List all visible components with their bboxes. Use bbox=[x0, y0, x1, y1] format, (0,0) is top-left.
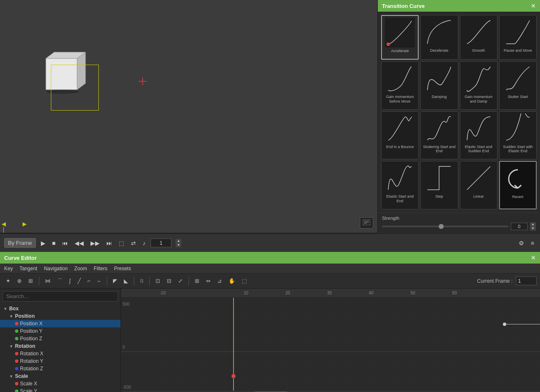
svg-rect-19 bbox=[464, 63, 494, 93]
tree-dot-rotation-y bbox=[15, 359, 18, 363]
tree-item-rotation-y[interactable]: Rotation Y bbox=[0, 357, 121, 365]
tool-nodes[interactable]: ⁞⁞ bbox=[138, 276, 146, 285]
tool-normalize[interactable]: ⊟ bbox=[164, 276, 174, 285]
bounce-button[interactable]: ⇄ bbox=[129, 239, 138, 247]
tool-select[interactable]: ✦ bbox=[3, 276, 13, 285]
frame-down-btn[interactable]: ▼ bbox=[176, 243, 181, 247]
curve-label-revert: Revert bbox=[512, 195, 524, 199]
ruler-tick-0: -10 bbox=[160, 291, 166, 295]
menu-item-navigation[interactable]: Navigation bbox=[44, 266, 68, 271]
curve-item-stutter-start-end[interactable]: Stuttering Start and End bbox=[420, 111, 458, 160]
graph-area[interactable]: -10102030405060 500 0 -500 bbox=[121, 289, 540, 392]
strength-value[interactable] bbox=[511, 223, 527, 230]
curve-item-pause-move[interactable]: Pause and Move bbox=[499, 15, 537, 60]
settings-button[interactable]: ⚙ bbox=[517, 239, 526, 247]
curve-item-linear[interactable]: Linear bbox=[460, 161, 497, 209]
next-frame-button[interactable]: ▶▶ bbox=[89, 239, 101, 247]
by-frame-button[interactable]: By Frame bbox=[4, 238, 36, 248]
tool-flat[interactable]: ⌢ bbox=[95, 276, 103, 286]
tree-item-rotation-x[interactable]: Rotation X bbox=[0, 350, 121, 357]
tree-item-position[interactable]: ▼Position bbox=[0, 312, 121, 320]
timeline-button[interactable]: ≡ bbox=[529, 239, 536, 247]
curve-editor-title: Curve Editor bbox=[4, 255, 37, 261]
toolbar-sep-1 bbox=[39, 277, 39, 285]
curve-label-gain-momentum: Gain momentum before Move bbox=[383, 95, 417, 104]
tree-item-rotation-z[interactable]: Rotation Z bbox=[0, 365, 121, 372]
curve-item-elastic-both[interactable]: Elastic Start and End bbox=[381, 161, 419, 209]
curve-item-elastic-sudden[interactable]: Elastic Start and Sudden End bbox=[460, 111, 497, 160]
tool-linear[interactable]: ╱ bbox=[75, 276, 83, 285]
tool-keys[interactable]: ⊿ bbox=[215, 276, 224, 285]
curve-sidebar: ▼Box▼PositionPosition XPosition YPositio… bbox=[0, 289, 121, 392]
tree-item-scale[interactable]: ▼Scale bbox=[0, 372, 121, 380]
menu-item-key[interactable]: Key bbox=[4, 266, 13, 271]
menu-item-zoom[interactable]: Zoom bbox=[74, 266, 87, 271]
strength-slider[interactable] bbox=[382, 226, 508, 227]
strength-label: Strength bbox=[382, 216, 536, 221]
tree-item-position-x[interactable]: Position X bbox=[0, 320, 121, 327]
current-frame-input[interactable] bbox=[516, 276, 537, 285]
curve-item-sudden-elastic[interactable]: Sudden Start with Elastic End bbox=[499, 111, 537, 160]
strength-spin[interactable]: ▲ ▼ bbox=[530, 222, 536, 231]
audio-button[interactable]: ♪ bbox=[141, 239, 147, 247]
tree-item-scale-x[interactable]: Scale X bbox=[0, 380, 121, 387]
frame-number-input[interactable] bbox=[151, 239, 171, 247]
play-button[interactable]: ▶ bbox=[39, 239, 47, 247]
curve-search-input[interactable] bbox=[3, 291, 118, 302]
curve-item-damping[interactable]: Damping bbox=[420, 61, 458, 110]
curve-editor-header: Curve Editor ✕ bbox=[0, 252, 540, 264]
curve-item-gain-damp[interactable]: Gain momentum and Damp bbox=[460, 61, 497, 110]
tool-tangent-auto[interactable]: ⌒ bbox=[55, 276, 65, 286]
tool-fit[interactable]: ⊡ bbox=[153, 276, 163, 285]
tree-dot-scale-y bbox=[15, 389, 18, 392]
tool-snap[interactable]: ⊞ bbox=[192, 276, 202, 285]
tree-item-scale-y[interactable]: Scale Y bbox=[0, 387, 121, 392]
curve-item-decelerate[interactable]: Decelerate bbox=[420, 15, 458, 60]
tree-item-box[interactable]: ▼Box bbox=[0, 305, 121, 312]
tool-tangent-smooth[interactable]: ∫ bbox=[67, 276, 73, 285]
curve-label-gain-damp: Gain momentum and Damp bbox=[462, 95, 495, 104]
current-frame-label: Current Frame : bbox=[477, 278, 512, 284]
curve-item-revert[interactable]: Revert bbox=[499, 161, 537, 209]
tool-tangent-break[interactable]: ⋈ bbox=[43, 276, 53, 285]
tool-pan[interactable]: ✋ bbox=[226, 276, 238, 285]
playhead-arrow-right bbox=[23, 222, 27, 228]
curve-icon-stutter-start bbox=[503, 63, 533, 93]
tree-item-rotation[interactable]: ▼Rotation bbox=[0, 342, 121, 350]
svg-point-3 bbox=[46, 90, 79, 94]
curve-icon-accelerate bbox=[385, 18, 415, 48]
curve-item-end-bounce[interactable]: End in a Bounce bbox=[381, 111, 419, 160]
curve-editor-close-btn[interactable]: ✕ bbox=[531, 254, 536, 261]
tree-item-position-y[interactable]: Position Y bbox=[0, 327, 121, 335]
menu-item-presets[interactable]: Presets bbox=[114, 266, 131, 271]
tool-ease-in[interactable]: ◤ bbox=[111, 276, 120, 285]
curve-icon-sudden-elastic bbox=[503, 113, 533, 143]
ruler-tick-4: 30 bbox=[327, 291, 332, 295]
tool-ease-out[interactable]: ◣ bbox=[121, 276, 131, 285]
curve-item-stutter-start[interactable]: Stutter Start bbox=[499, 61, 537, 110]
tree-item-position-z[interactable]: Position Z bbox=[0, 335, 121, 342]
curve-item-accelerate[interactable]: Accelerate bbox=[381, 15, 419, 60]
tool-transform[interactable]: ⊕ bbox=[15, 276, 24, 285]
frame-up-btn[interactable]: ▲ bbox=[176, 239, 181, 243]
ruler-tick-6: 50 bbox=[410, 291, 415, 295]
tool-mirror[interactable]: ⇔ bbox=[203, 276, 213, 285]
stop-button[interactable]: ■ bbox=[50, 239, 57, 247]
tool-step[interactable]: ⌐ bbox=[85, 276, 93, 285]
curve-item-gain-momentum[interactable]: Gain momentum before Move bbox=[381, 61, 419, 110]
ruler-tick-5: 40 bbox=[369, 291, 373, 295]
menu-item-tangent[interactable]: Tangent bbox=[20, 266, 38, 271]
curve-item-smooth[interactable]: Smooth bbox=[460, 15, 497, 60]
prev-frame-button[interactable]: ◀◀ bbox=[73, 239, 85, 247]
tool-expand[interactable]: ⤢ bbox=[176, 276, 185, 285]
tool-zoom-box[interactable]: ⬚ bbox=[239, 276, 249, 285]
curve-icon-elastic-both bbox=[385, 163, 415, 193]
tool-layer[interactable]: ⊞ bbox=[26, 276, 35, 285]
loop-button[interactable]: ⬚ bbox=[117, 239, 126, 247]
menu-item-filters[interactable]: Filters bbox=[94, 266, 108, 271]
last-frame-button[interactable]: ⏭ bbox=[105, 239, 114, 247]
curve-item-step[interactable]: Step bbox=[420, 161, 458, 209]
viewport-note-icon[interactable] bbox=[360, 217, 373, 229]
first-frame-button[interactable]: ⏮ bbox=[60, 239, 70, 247]
transition-close-btn[interactable]: ✕ bbox=[531, 3, 536, 9]
